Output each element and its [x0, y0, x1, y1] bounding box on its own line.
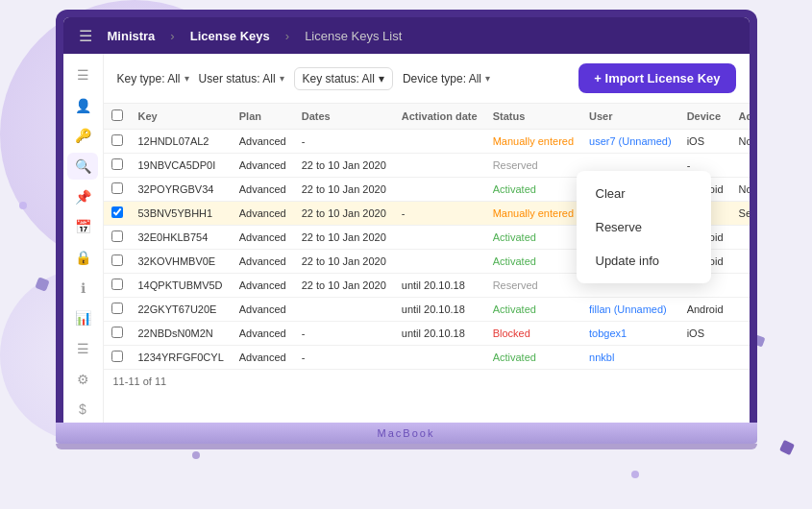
row-added — [731, 346, 750, 370]
row-device — [679, 346, 731, 370]
screen-frame: ☰ Ministra › License Keys › License Keys… — [56, 10, 757, 423]
row-status: Activated — [485, 250, 581, 274]
row-added — [731, 322, 750, 346]
row-activation: until 20.10.18 — [394, 298, 485, 322]
key-status-filter[interactable]: Key status: All ▾ — [294, 67, 393, 90]
sidebar-icon-info[interactable]: ℹ — [67, 275, 98, 302]
header-status: Status — [485, 104, 581, 130]
header-user: User — [581, 104, 679, 130]
row-checkbox[interactable] — [104, 322, 131, 346]
device-type-filter[interactable]: Device type: All ▾ — [403, 72, 490, 85]
sidebar-icon-key[interactable]: 🔑 — [67, 122, 98, 149]
row-dates: 22 to 10 Jan 2020 — [294, 250, 394, 274]
row-activation — [394, 154, 485, 178]
sidebar-icon-search[interactable]: 🔍 — [67, 153, 98, 180]
row-checkbox[interactable] — [104, 130, 131, 154]
row-plan: Advanced — [232, 226, 294, 250]
hamburger-icon[interactable]: ☰ — [79, 27, 92, 45]
row-plan: Advanced — [232, 250, 294, 274]
row-status: Manually entered — [485, 202, 581, 226]
row-dates: 22 to 10 Jan 2020 — [294, 226, 394, 250]
context-menu-clear[interactable]: Clear — [577, 177, 711, 210]
row-key: 14QPKTUBMV5D — [131, 274, 232, 298]
chevron-down-icon: ▾ — [280, 73, 284, 84]
screen: ☰ Ministra › License Keys › License Keys… — [63, 17, 750, 423]
row-checkbox[interactable] — [104, 226, 131, 250]
row-added — [731, 226, 750, 250]
context-menu-reserve[interactable]: Reserve — [577, 210, 711, 244]
top-nav: ☰ Ministra › License Keys › License Keys… — [63, 17, 750, 54]
header-checkbox[interactable] — [104, 104, 131, 130]
row-checkbox[interactable] — [104, 298, 131, 322]
table-row[interactable]: 1234YRFGF0CYL Advanced - Activated nnkbl — [104, 346, 750, 370]
row-key: 32E0HKLB754 — [131, 226, 232, 250]
table-row[interactable]: 22GKYT67U20E Advanced until 20.10.18 Act… — [104, 298, 750, 322]
chevron-down-icon: ▾ — [485, 73, 490, 84]
sidebar-icon-lock[interactable]: 🔒 — [67, 244, 98, 271]
row-plan: Advanced — [232, 346, 294, 370]
row-dates: 22 to 10 Jan 2020 — [294, 178, 394, 202]
sidebar-icon-chart[interactable]: 📊 — [67, 304, 98, 331]
sidebar-icon-menu[interactable]: ☰ — [67, 61, 98, 88]
row-plan: Advanced — [232, 298, 294, 322]
nav-brand: Ministra — [108, 29, 156, 43]
import-license-key-button[interactable]: + Import License Key — [578, 63, 735, 93]
laptop: ☰ Ministra › License Keys › License Keys… — [56, 10, 757, 449]
row-activation — [394, 250, 485, 274]
row-device: iOS — [679, 130, 731, 154]
row-activation — [394, 178, 485, 202]
row-user: tobgex1 — [581, 322, 679, 346]
header-plan: Plan — [232, 104, 294, 130]
sidebar-icon-user[interactable]: 👤 — [67, 92, 98, 119]
row-added: Nov 27, 2018 22:48 — [731, 178, 750, 202]
chevron-down-icon: ▾ — [379, 72, 384, 85]
row-dates: - — [294, 322, 394, 346]
table-row[interactable]: 22NBDsN0M2N Advanced - until 20.10.18 Bl… — [104, 322, 750, 346]
key-type-filter[interactable]: Key type: All ▾ — [117, 72, 189, 85]
row-key: 19NBVCA5DP0I — [131, 154, 232, 178]
sidebar-icon-list[interactable]: ☰ — [67, 335, 98, 362]
row-key: 22GKYT67U20E — [131, 298, 232, 322]
row-plan: Advanced — [232, 130, 294, 154]
row-plan: Advanced — [232, 202, 294, 226]
row-status: Blocked — [485, 322, 581, 346]
header-dates: Dates — [294, 104, 394, 130]
row-plan: Advanced — [232, 322, 294, 346]
header-activation: Activation date — [394, 104, 485, 130]
row-checkbox[interactable] — [104, 274, 131, 298]
row-added — [731, 274, 750, 298]
row-key: 1234YRFGF0CYL — [131, 346, 232, 370]
row-user: fillan (Unnamed) — [581, 298, 679, 322]
nav-link[interactable]: License Keys — [190, 29, 270, 43]
row-checkbox[interactable] — [104, 178, 131, 202]
laptop-base: MacBook — [56, 423, 757, 444]
row-checkbox[interactable] — [104, 346, 131, 370]
table-row[interactable]: 12HNDL07AL2 Advanced - Manually entered … — [104, 130, 750, 154]
row-status: Activated — [485, 298, 581, 322]
row-plan: Advanced — [232, 154, 294, 178]
sidebar-icon-settings[interactable]: ⚙ — [67, 366, 98, 393]
row-device: iOS — [679, 322, 731, 346]
row-key: 22NBDsN0M2N — [131, 322, 232, 346]
row-activation: until 20.10.18 — [394, 274, 485, 298]
row-checkbox[interactable] — [104, 154, 131, 178]
row-checkbox[interactable] — [104, 202, 131, 226]
sidebar: ☰ 👤 🔑 🔍 📌 📅 🔒 ℹ 📊 ☰ ⚙ $ — [63, 54, 104, 423]
context-menu-update-info[interactable]: Update info — [577, 244, 711, 278]
row-activation — [394, 130, 485, 154]
sidebar-icon-calendar[interactable]: 📅 — [67, 213, 98, 240]
header-key: Key — [131, 104, 232, 130]
row-status: Reserved — [485, 154, 581, 178]
laptop-foot — [56, 444, 757, 449]
row-activation — [394, 226, 485, 250]
row-checkbox[interactable] — [104, 250, 131, 274]
user-status-filter[interactable]: User status: All ▾ — [199, 72, 284, 85]
row-activation: - — [394, 202, 485, 226]
header-added: Added — [731, 104, 750, 130]
row-status: Activated — [485, 178, 581, 202]
sidebar-icon-pin[interactable]: 📌 — [67, 183, 98, 210]
row-added: Sep 25, 2018 11:02 — [731, 202, 750, 226]
row-plan: Advanced — [232, 178, 294, 202]
sidebar-icon-dollar[interactable]: $ — [67, 396, 98, 423]
row-dates: 22 to 10 Jan 2020 — [294, 154, 394, 178]
